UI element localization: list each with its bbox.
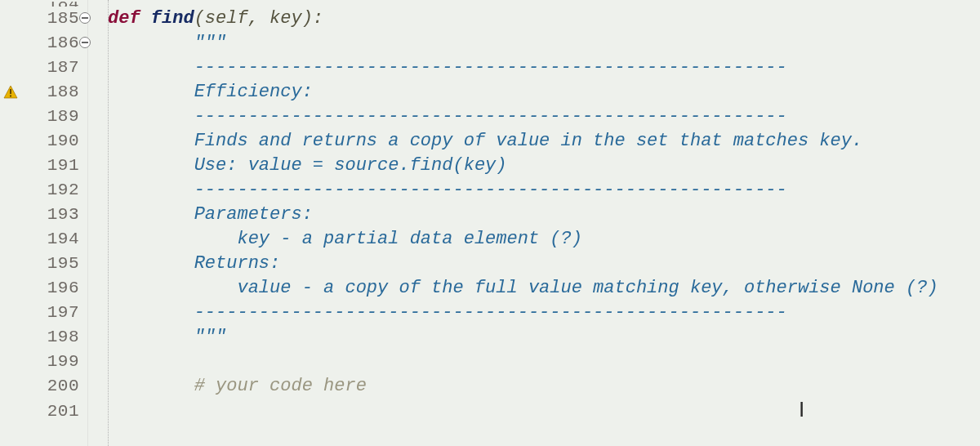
function-name: find	[151, 8, 194, 29]
code-line[interactable]: ----------------------------------------…	[108, 105, 980, 129]
docstring-text: key - a partial data element (?)	[237, 229, 581, 249]
line-number: 191	[0, 154, 87, 178]
line-number: 200	[0, 374, 87, 399]
code-line[interactable]: # your code here	[108, 374, 980, 399]
code-line[interactable]: """	[108, 31, 980, 56]
line-number: 187	[0, 56, 87, 80]
code-line[interactable]: Efficiency:	[108, 80, 980, 105]
docstring-open: """	[194, 33, 227, 53]
warning-icon[interactable]	[3, 85, 18, 100]
line-number: 188	[0, 80, 87, 105]
line-number: 185	[0, 7, 87, 31]
code-line[interactable]: Parameters:	[108, 203, 980, 227]
docstring-text: ----------------------------------------…	[194, 302, 787, 323]
code-line[interactable]: Returns:	[108, 252, 980, 276]
line-number: 195	[0, 252, 87, 276]
docstring-text: Finds and returns a copy of value in the…	[194, 131, 863, 151]
code-line[interactable]: ----------------------------------------…	[108, 178, 980, 203]
code-line[interactable]: value - a copy of the full value matchin…	[108, 276, 980, 301]
code-line[interactable]: """	[108, 325, 980, 350]
line-number: 198	[0, 325, 87, 350]
line-number: 201	[0, 399, 87, 418]
docstring-text: Returns:	[194, 253, 281, 274]
docstring-text: ----------------------------------------…	[194, 106, 787, 127]
docstring-close: """	[194, 327, 227, 347]
function-params: (self, key):	[194, 8, 323, 29]
code-line[interactable]	[108, 350, 980, 374]
svg-rect-1	[10, 89, 11, 94]
text-cursor-icon: I	[799, 397, 804, 422]
svg-rect-2	[10, 96, 11, 97]
line-number: 194	[0, 227, 87, 252]
code-editor[interactable]: 184 185 186 187 188 189 190 191 192 193 …	[0, 0, 980, 446]
line-number: 186	[0, 31, 87, 56]
code-line[interactable]: ----------------------------------------…	[108, 56, 980, 80]
docstring-text: Use: value = source.find(key)	[194, 155, 507, 176]
line-number: 193	[0, 203, 87, 227]
code-line[interactable]: Use: value = source.find(key)	[108, 154, 980, 178]
docstring-text: Parameters:	[194, 204, 313, 225]
code-line[interactable]: key - a partial data element (?)	[108, 227, 980, 252]
docstring-text: value - a copy of the full value matchin…	[237, 278, 938, 298]
code-line[interactable]: def find(self, key):	[108, 7, 980, 31]
code-line[interactable]: ----------------------------------------…	[108, 301, 980, 325]
indent-guide	[108, 0, 109, 446]
docstring-text: ----------------------------------------…	[194, 57, 787, 78]
keyword-def: def	[108, 8, 151, 29]
comment: # your code here	[194, 376, 367, 396]
line-number: 197	[0, 301, 87, 325]
line-number: 192	[0, 178, 87, 203]
code-line[interactable]: Finds and returns a copy of value in the…	[108, 129, 980, 154]
line-number: 190	[0, 129, 87, 154]
line-number: 189	[0, 105, 87, 129]
docstring-text: Efficiency:	[194, 82, 313, 102]
line-number-gutter: 184 185 186 187 188 189 190 191 192 193 …	[0, 0, 88, 446]
line-number: 196	[0, 276, 87, 301]
code-area[interactable]: def find(self, key): """ ---------------…	[88, 0, 980, 446]
docstring-text: ----------------------------------------…	[194, 180, 787, 200]
line-number: 199	[0, 350, 87, 374]
